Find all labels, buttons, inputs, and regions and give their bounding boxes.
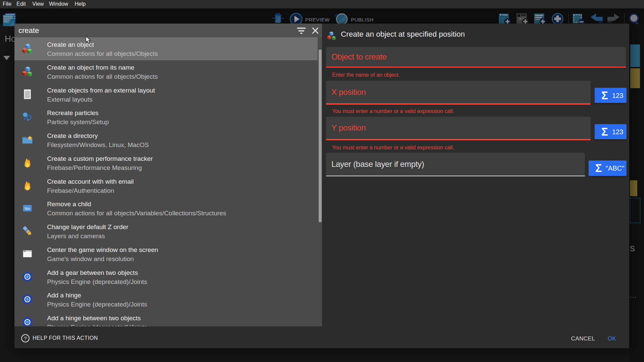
svg-text:?: ? [24,336,27,341]
svg-text:Var: Var [25,206,31,211]
